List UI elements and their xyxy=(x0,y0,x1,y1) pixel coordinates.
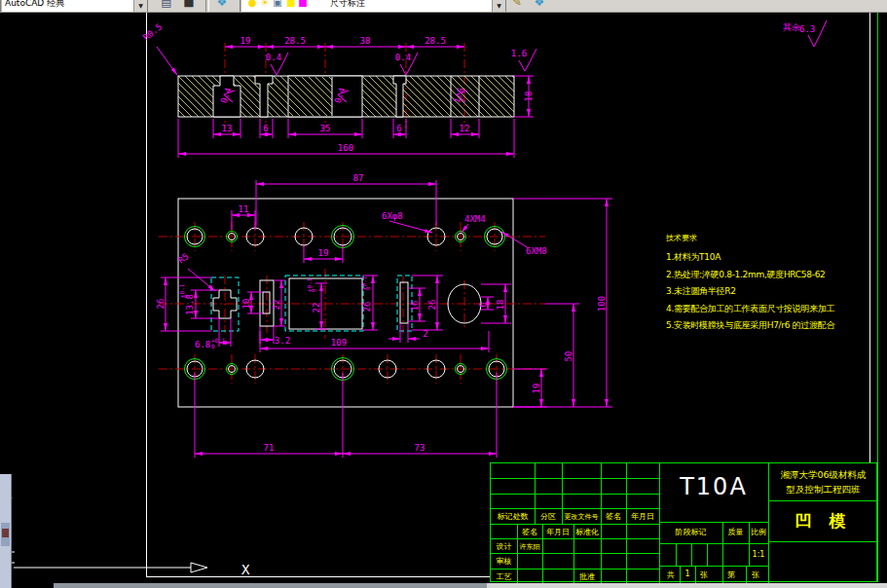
ucs-icon: Y X xyxy=(1,475,250,577)
svg-text:0: 0 xyxy=(310,288,316,292)
layers-stack2-icon[interactable]: ❖ xyxy=(532,0,547,10)
svg-text:0: 0 xyxy=(211,343,215,349)
tb-label-date: 年月日 xyxy=(626,511,659,522)
svg-text:10: 10 xyxy=(241,299,251,310)
note-item: 2.热处理:淬硬0.8-1.2mm,硬度HRC58-62 xyxy=(666,267,885,284)
tb-school-line1: 湘潭大学06级材料成 xyxy=(768,469,878,482)
layer-combo[interactable]: ● ☀ ▣ ■ ■ 尺寸标注 ▼ xyxy=(240,0,506,13)
svg-text:109: 109 xyxy=(331,338,347,348)
svg-text:19: 19 xyxy=(532,384,541,394)
svg-text:11: 11 xyxy=(239,204,249,214)
tb-label-sign: 签名 xyxy=(601,511,626,522)
tb-label-design: 设计 xyxy=(491,541,517,552)
svg-text:6: 6 xyxy=(396,124,401,133)
svg-text:100: 100 xyxy=(597,296,607,312)
svg-text:26: 26 xyxy=(156,299,166,310)
tb-sheets-total: 共 xyxy=(662,570,680,580)
tb-scale-value: 1:1 xyxy=(749,550,768,559)
tb-part-name: 凹 模 xyxy=(768,510,878,533)
layer-states-manager-icon[interactable]: ■ xyxy=(181,0,197,10)
layer-state-save-icon[interactable]: ✎ xyxy=(509,0,525,10)
tb-sheets-unit: 张 xyxy=(695,570,713,580)
plan-view: 6Xφ8 4XM4 6XM8 R5 87 11 19 26 13.8 xyxy=(156,173,612,458)
workspace-combo[interactable]: AutoCAD 经典 ▼ xyxy=(0,0,148,13)
tb-sheets-count: 1 xyxy=(680,570,695,578)
svg-text:28.5: 28.5 xyxy=(425,36,446,46)
svg-text:50: 50 xyxy=(564,351,573,362)
tb-label-sign2: 签名 xyxy=(517,527,542,537)
svg-text:3.2: 3.2 xyxy=(275,336,290,346)
notes-title: 技术要求 xyxy=(666,233,885,243)
toolbar: AutoCAD 经典 ▼ ▤ ■ ❖ ● ☀ ▣ ■ ■ 尺寸标注 ▼ ✎ ❖ xyxy=(0,0,887,13)
tb-label-approve: 批准 xyxy=(573,571,601,582)
note-item: 1.材料为T10A xyxy=(666,249,885,267)
svg-text:其余: 其余 xyxy=(783,22,800,32)
tb-label-review: 审核 xyxy=(491,556,517,567)
layer-combo-value: 尺寸标注 xyxy=(330,0,365,10)
svg-text:19: 19 xyxy=(318,248,329,258)
technical-notes: 技术要求 1.材料为T10A 2.热处理:淬硬0.8-1.2mm,硬度HRC58… xyxy=(666,233,885,335)
svg-text:6: 6 xyxy=(263,124,268,133)
layers-stack-icon[interactable]: ❖ xyxy=(214,0,230,10)
tb-label-weight: 质量 xyxy=(722,527,749,537)
svg-text:6XM8: 6XM8 xyxy=(526,246,547,256)
svg-text:R0.5: R0.5 xyxy=(141,21,164,42)
bottom-edge-highlight xyxy=(487,583,887,588)
svg-text:71: 71 xyxy=(264,443,275,453)
svg-text:0: 0 xyxy=(364,286,371,290)
section-top-dimensions: 19 28.5 38 28.5 xyxy=(225,36,464,47)
tb-sheet-no-unit: 张 xyxy=(746,570,765,580)
svg-text:13: 13 xyxy=(222,124,233,133)
tb-school-line2: 型及控制工程四班 xyxy=(768,484,878,496)
svg-text:0: 0 xyxy=(182,294,189,298)
svg-text:35: 35 xyxy=(320,124,331,133)
tb-label-change-no: 更改文件号 xyxy=(562,512,601,522)
tb-label-process: 工艺 xyxy=(491,571,517,582)
svg-text:19: 19 xyxy=(240,36,251,46)
autocad-window: { "toolbar": { "workspace_combo": { "val… xyxy=(0,0,887,588)
svg-text:X: X xyxy=(241,562,250,577)
svg-text:160: 160 xyxy=(338,143,353,153)
svg-text:22: 22 xyxy=(272,300,281,311)
tb-label-zone: 分区 xyxy=(535,511,562,522)
svg-text:12: 12 xyxy=(460,124,470,133)
tb-part-code: T10A xyxy=(659,473,768,500)
title-block: 标记处数 分区 更改文件号 签名 年月日 签名 年月日 标准化 设计 许东阳 审… xyxy=(490,462,877,582)
svg-text:26: 26 xyxy=(427,300,437,311)
svg-text:22: 22 xyxy=(312,303,321,313)
svg-text:2: 2 xyxy=(423,329,427,339)
tb-label-stage: 阶段标记 xyxy=(659,527,722,537)
tb-label-date2: 年月日 xyxy=(542,527,573,537)
chevron-down-icon[interactable]: ▼ xyxy=(492,0,505,12)
svg-text:6.3: 6.3 xyxy=(799,24,815,34)
workspace-combo-value: AutoCAD 经典 xyxy=(5,0,64,10)
layer-color-magenta-icon: ■ xyxy=(295,0,311,11)
surface-roughness-note: 其余 6.3 xyxy=(783,20,827,47)
svg-text:73: 73 xyxy=(415,443,425,453)
note-item: 3.未注圆角半径R2 xyxy=(666,283,885,301)
svg-text:0.4: 0.4 xyxy=(266,53,281,62)
tb-label-standard: 标准化 xyxy=(573,527,601,537)
tb-label-mark: 标记处数 xyxy=(491,511,535,522)
svg-text:6.8: 6.8 xyxy=(195,340,210,349)
chevron-down-icon[interactable]: ▼ xyxy=(133,0,147,12)
svg-text:6Xφ8: 6Xφ8 xyxy=(382,211,403,221)
svg-text:4XM4: 4XM4 xyxy=(464,214,486,224)
svg-text:18: 18 xyxy=(496,300,505,311)
layer-properties-icon[interactable]: ▤ xyxy=(159,0,174,10)
note-item: 5.安装时模膛块与底座采用H7/r6 的过渡配合 xyxy=(666,317,885,335)
bottom-edge-strip xyxy=(54,583,887,588)
die-plan-outline xyxy=(178,199,513,407)
svg-text:16: 16 xyxy=(410,301,420,312)
svg-text:38: 38 xyxy=(360,36,371,46)
note-item: 4.需要配合加工的工作表面尺寸按说明来加工 xyxy=(666,301,885,318)
scrollbar-mark xyxy=(2,529,9,537)
tb-sheet-no: 第 xyxy=(722,570,740,580)
roughness-marks: 0.4 0.4 1.6 xyxy=(266,49,536,75)
svg-text:87: 87 xyxy=(353,173,364,183)
svg-text:0.4: 0.4 xyxy=(395,53,411,62)
toolbar-separator xyxy=(205,0,209,12)
svg-text:1.6: 1.6 xyxy=(511,49,527,58)
section-view: R0.5 19 28.5 38 28.5 0.4 0.4 1.6 0.4 0 xyxy=(141,21,536,158)
left-scrollbar[interactable] xyxy=(0,474,12,588)
